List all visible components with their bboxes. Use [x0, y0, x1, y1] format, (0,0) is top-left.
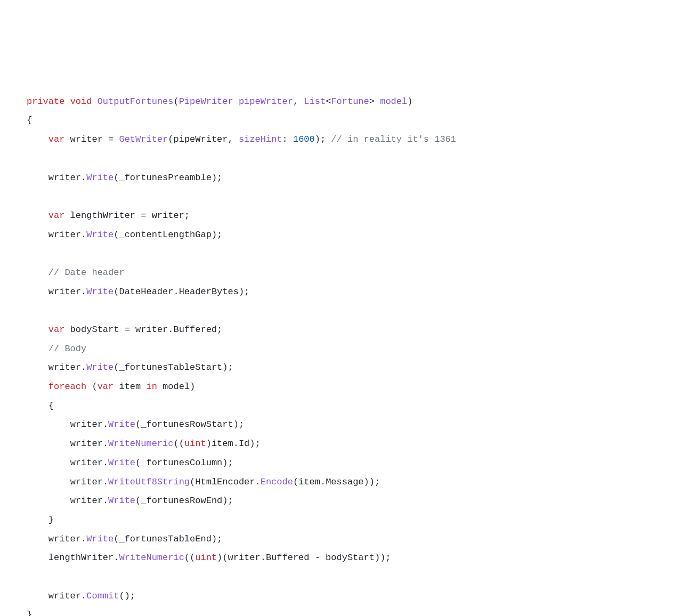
args: (_fortunesTableStart); — [114, 362, 233, 372]
space — [233, 96, 239, 107]
args: (pipeWriter, — [168, 134, 239, 144]
identifier: bodyStart = writer.Buffered; — [64, 325, 222, 335]
punct: (( — [173, 439, 184, 449]
args: (_fortunesRowStart); — [135, 419, 244, 429]
keyword-var: var — [48, 134, 65, 144]
keyword-foreach: foreach — [48, 382, 86, 392]
comment-line: // Date header — [48, 268, 125, 278]
call: writer. — [48, 173, 86, 183]
keyword-var: var — [48, 210, 65, 221]
call: writer. — [70, 419, 108, 429]
identifier: model) — [157, 382, 195, 392]
brace-open: { — [27, 115, 32, 125]
method-write: Write — [108, 458, 135, 468]
code-block: private void OutputFortunes(PipeWriter p… — [27, 92, 654, 616]
identifier: item — [114, 382, 146, 392]
args: )item.Id); — [206, 439, 261, 449]
type-pipewriter: PipeWriter — [179, 96, 233, 107]
call: lengthWriter. — [48, 553, 119, 563]
punct: , — [293, 96, 304, 107]
identifier: writer — [64, 134, 108, 144]
keyword-var: var — [48, 325, 65, 335]
punct: ( — [86, 382, 97, 392]
method-write: Write — [108, 496, 135, 506]
method-write: Write — [86, 230, 114, 240]
method-write: Write — [86, 534, 114, 544]
punct: ( — [173, 96, 179, 107]
punct: < — [326, 96, 331, 107]
keyword-private: private — [27, 96, 64, 107]
args: (item.Message)); — [293, 477, 380, 487]
method-write: Write — [86, 287, 114, 297]
call: writer. — [70, 458, 108, 468]
keyword-void: void — [70, 96, 92, 107]
args: (); — [119, 591, 135, 601]
brace-open: { — [48, 401, 54, 411]
method-write: Write — [86, 362, 114, 372]
call: writer. — [70, 496, 108, 506]
identifier: lengthWriter = writer; — [64, 210, 190, 221]
param-model: model — [380, 96, 407, 107]
method-write: Write — [86, 173, 114, 183]
keyword-uint: uint — [195, 553, 217, 563]
args: (_contentLengthGap); — [114, 230, 222, 240]
param-pipewriter: pipeWriter — [239, 96, 293, 107]
punct: (( — [184, 553, 195, 563]
method-writeutf8string: WriteUtf8String — [108, 477, 190, 487]
method-name: OutputFortunes — [98, 96, 174, 107]
keyword-uint: uint — [184, 439, 206, 449]
type-list: List — [304, 96, 326, 107]
number-1600: 1600 — [293, 134, 315, 144]
call: writer. — [70, 439, 108, 449]
args: (HtmlEncoder. — [190, 477, 261, 487]
call: writer. — [48, 230, 86, 240]
punct: ) — [407, 96, 412, 107]
method-commit: Commit — [86, 591, 119, 601]
args: (DateHeader.HeaderBytes); — [114, 287, 249, 297]
call: writer. — [48, 534, 86, 544]
punct: > — [369, 96, 380, 107]
method-write: Write — [108, 419, 135, 429]
comment-line: // Body — [48, 344, 86, 354]
call: writer. — [48, 591, 86, 601]
args: (_fortunesTableEnd); — [114, 534, 222, 544]
args: ); — [315, 134, 331, 144]
keyword-in: in — [146, 382, 157, 392]
args: (_fortunesPreamble); — [114, 173, 222, 183]
call: writer. — [70, 477, 108, 487]
punct: = — [108, 134, 119, 144]
punct: : — [282, 134, 293, 144]
brace-close: } — [27, 610, 32, 616]
call: writer. — [48, 287, 86, 297]
method-writenumeric: WriteNumeric — [119, 553, 184, 563]
args: (_fortunesColumn); — [135, 458, 233, 468]
type-fortune: Fortune — [331, 96, 369, 107]
method-encode: Encode — [261, 477, 293, 487]
comment-line: // in reality it's 1361 — [331, 134, 456, 144]
method-getwriter: GetWriter — [119, 134, 168, 144]
keyword-var: var — [98, 382, 114, 392]
args: (_fortunesRowEnd); — [135, 496, 233, 506]
call: writer. — [48, 362, 86, 372]
args: )(writer.Buffered - bodyStart)); — [217, 553, 391, 563]
named-arg-sizehint: sizeHint — [239, 134, 282, 144]
method-writenumeric: WriteNumeric — [108, 439, 173, 449]
brace-close: } — [48, 515, 54, 525]
